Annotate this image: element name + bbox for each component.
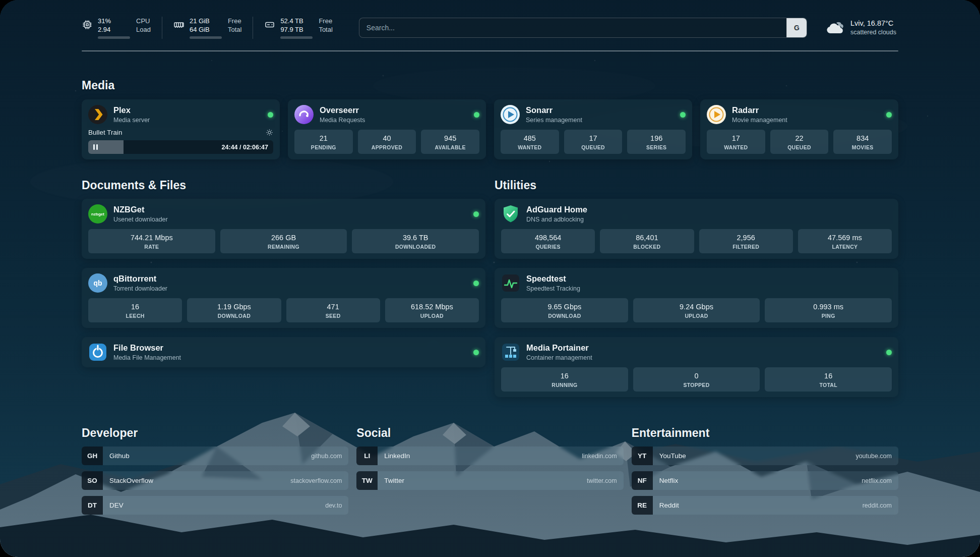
stat-upload: 9.24 Gbps UPLOAD [633, 298, 760, 322]
speedtest-icon [501, 273, 520, 293]
service-card-sonarr[interactable]: Sonarr Series management 485 WANTED 17 Q… [494, 99, 692, 159]
stat-label: PENDING [296, 144, 351, 150]
two-column-area: Documents & Files nzbget [82, 179, 898, 397]
service-card-adguard[interactable]: AdGuard Home DNS and adblocking 498,564 … [495, 199, 898, 259]
stat-value: 40 [359, 134, 415, 143]
disk-total: 97.9 TB [280, 25, 303, 34]
service-subtitle: Movie management [732, 116, 880, 124]
stat-wanted: 485 WANTED [501, 130, 559, 154]
service-card-radarr[interactable]: Radarr Movie management 17 WANTED 22 QUE… [700, 99, 898, 159]
hard-drive-icon [264, 19, 275, 39]
resource-monitors: 31% 2.94 CPU Load [82, 17, 344, 39]
service-titles: AdGuard Home DNS and adblocking [526, 204, 892, 224]
search-input[interactable] [359, 18, 807, 38]
disk-label-1: Free [319, 17, 332, 25]
service-header: qb qBittorrent Torrent downloader [88, 273, 479, 293]
stat-value: 16 [503, 371, 627, 380]
sonarr-icon [501, 105, 520, 124]
service-card-plex[interactable]: Plex Media server Bullet Train [82, 99, 280, 159]
service-titles: Plex Media server [113, 105, 262, 124]
bookmark-name: StackOverflow [109, 477, 153, 484]
stat-wanted: 17 WANTED [707, 130, 765, 154]
service-subtitle: Media Requests [320, 116, 468, 124]
stat-rate: 744.21 Mbps RATE [88, 229, 215, 253]
service-card-filebrowser[interactable]: File Browser Media File Management [82, 337, 485, 367]
bookmark-linkedin[interactable]: LI LinkedIn linkedin.com [356, 447, 623, 465]
bookmark-name: Netflix [659, 477, 679, 484]
plex-icon [88, 105, 107, 124]
bookmark-list: GH Github github.com SO StackOverflow st… [82, 447, 348, 515]
stat-label: WANTED [708, 144, 764, 150]
service-header: Media Portainer Container management [501, 343, 892, 362]
search-provider-button[interactable]: G [786, 18, 807, 37]
stat-value: 618.52 Mbps [387, 302, 477, 311]
bookmark-abbr: NF [632, 471, 653, 490]
ram-total: 64 GiB [190, 25, 210, 34]
stat-value: 16 [90, 302, 180, 311]
bookmark-github[interactable]: GH Github github.com [82, 447, 348, 465]
stat-queued: 22 QUEUED [770, 130, 829, 154]
bookmark-youtube[interactable]: YT YouTube youtube.com [632, 447, 898, 465]
stat-label: RUNNING [503, 382, 627, 388]
cpu-monitor: 31% 2.94 CPU Load [82, 17, 162, 39]
playback-progress-bar[interactable]: 24:44 / 02:06:47 [88, 140, 273, 154]
bookmark-group-entertainment: Entertainment YT YouTube youtube.com NF … [632, 426, 898, 515]
bookmark-reddit[interactable]: RE Reddit reddit.com [632, 496, 898, 515]
svg-text:nzbget: nzbget [91, 212, 104, 216]
service-card-nzbget[interactable]: nzbget NZBGet Usenet downloader 74 [82, 199, 485, 259]
stat-value: 0 [635, 371, 759, 380]
portainer-icon [501, 343, 520, 362]
stat-label: SEED [288, 313, 379, 319]
service-name: NZBGet [113, 204, 467, 214]
top-bar: 31% 2.94 CPU Load [82, 13, 898, 42]
disk-monitor: 52.4 TB 97.9 TB Free Total [253, 17, 343, 39]
service-card-portainer[interactable]: Media Portainer Container management 16 … [495, 337, 898, 397]
bookmark-abbr: RE [632, 496, 653, 515]
bookmark-dev[interactable]: DT DEV dev.to [82, 496, 348, 515]
service-card-speedtest[interactable]: Speedtest Speedtest Tracking 9.65 Gbps D… [495, 268, 898, 328]
bookmark-url: reddit.com [863, 502, 892, 509]
bookmark-list: LI LinkedIn linkedin.com TW Twitter twit… [356, 447, 623, 490]
stat-label: MOVIES [835, 144, 890, 150]
pause-button[interactable] [93, 144, 98, 150]
service-card-overseerr[interactable]: Overseerr Media Requests 21 PENDING 40 A… [288, 99, 486, 159]
stat-value: 196 [629, 134, 684, 143]
bookmark-name: YouTube [659, 452, 686, 460]
service-titles: Overseerr Media Requests [320, 105, 468, 124]
bookmark-url: linkedin.com [582, 453, 617, 460]
section-title-utilities: Utilities [495, 179, 898, 192]
bookmark-list: YT YouTube youtube.com NF Netflix netfli… [632, 447, 898, 515]
stat-label: BLOCKED [601, 244, 692, 250]
svg-text:qb: qb [93, 279, 102, 287]
stat-value: 266 GB [222, 233, 346, 242]
service-titles: Speedtest Speedtest Tracking [526, 273, 892, 293]
service-titles: Sonarr Series management [526, 105, 674, 124]
radarr-icon [707, 105, 726, 124]
bookmark-name: LinkedIn [384, 452, 410, 460]
stat-upload: 618.52 Mbps UPLOAD [385, 298, 479, 322]
settings-icon[interactable] [266, 129, 273, 136]
weather-condition: scattered clouds [850, 28, 896, 37]
stat-latency: 47.569 ms LATENCY [798, 229, 892, 253]
stat-label: AVAILABLE [422, 144, 478, 150]
service-name: Media Portainer [526, 343, 880, 353]
stat-series: 196 SERIES [627, 130, 686, 154]
memory-monitor: 21 GiB 64 GiB Free Total [162, 17, 253, 39]
bookmark-abbr: GH [82, 447, 103, 465]
status-indicator [473, 350, 479, 355]
bookmark-stackoverflow[interactable]: SO StackOverflow stackoverflow.com [82, 471, 348, 490]
stat-label: STOPPED [635, 382, 759, 388]
stat-value: 485 [502, 134, 558, 143]
service-card-qbittorrent[interactable]: qb qBittorrent Torrent downloader [82, 268, 485, 328]
stat-leech: 16 LEECH [88, 298, 182, 322]
service-subtitle: Media server [113, 116, 262, 124]
bookmark-twitter[interactable]: TW Twitter twitter.com [356, 471, 623, 490]
service-header: Plex Media server [88, 105, 273, 124]
stat-label: REMAINING [222, 244, 346, 250]
disk-free: 52.4 TB [280, 17, 303, 25]
bookmark-netflix[interactable]: NF Netflix netflix.com [632, 471, 898, 490]
stat-value: 39.6 TB [353, 233, 477, 242]
memory-icon [173, 19, 185, 39]
stat-label: DOWNLOADED [353, 244, 477, 250]
stat-label: QUERIES [503, 244, 593, 250]
